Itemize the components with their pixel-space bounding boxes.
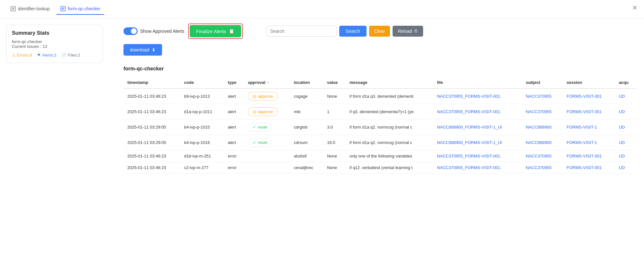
- header-row: timestamp code type approval ↑ location …: [123, 77, 636, 88]
- cell-approval: ◎ approve: [244, 104, 290, 120]
- toggle-slider: ✓: [123, 27, 138, 35]
- acqu-link[interactable]: UD: [619, 94, 625, 99]
- col-timestamp: timestamp: [123, 77, 180, 88]
- acqu-link[interactable]: UD: [619, 125, 625, 130]
- session-link[interactable]: FORMS-VISIT-001: [567, 154, 602, 158]
- tab-identifier-lookup[interactable]: identifier-lookup: [6, 3, 54, 15]
- cell-location: ceradj6rec: [290, 162, 323, 174]
- cell-session: FORMS-VISIT-1: [563, 120, 615, 135]
- cell-acqu: UD: [615, 88, 636, 104]
- cell-code: d1a-ivp-p-1011: [180, 104, 224, 120]
- file-link[interactable]: NACC370955_FORMS-VISIT-001.: [437, 109, 501, 114]
- file-link[interactable]: NACC888900_FORMS-VISIT-1_UI: [437, 125, 502, 130]
- cell-location: cogage: [290, 88, 323, 104]
- cell-code: d1b-ivp-m-251: [180, 150, 224, 162]
- subject-link[interactable]: NACC370955: [526, 109, 551, 114]
- subject-link[interactable]: NACC888900: [526, 125, 551, 130]
- cell-session: FORMS-VISIT-001: [563, 104, 615, 120]
- cell-timestamp: 2025-01-11 03:46:23: [123, 162, 180, 174]
- sort-arrow-approval: ↑: [267, 81, 269, 85]
- subject-link[interactable]: NACC370955: [526, 165, 551, 170]
- cell-code: b4-ivp-p-1016: [180, 135, 224, 150]
- cell-value: 16.0: [323, 135, 346, 150]
- col-file: file: [433, 77, 522, 88]
- table-row: 2025-01-11 03:46:23 c2-ivp-m-277 error c…: [123, 162, 636, 174]
- acqu-link[interactable]: UD: [619, 154, 625, 158]
- cell-message: only one of the following variables: [346, 150, 433, 162]
- search-input[interactable]: [266, 26, 337, 37]
- cell-location: cdrglob: [290, 120, 323, 135]
- files-label: Files:2: [68, 53, 80, 58]
- session-link[interactable]: FORMS-VISIT-001: [567, 94, 602, 99]
- file-link[interactable]: NACC370955_FORMS-VISIT-001.: [437, 165, 501, 170]
- cell-file: NACC370955_FORMS-VISIT-001.: [433, 150, 522, 162]
- col-message: message: [346, 77, 433, 88]
- download-button[interactable]: download ⬇: [123, 44, 162, 56]
- cell-approval: ✓ reset: [244, 135, 290, 150]
- finalize-alerts-button[interactable]: Finalize Alerts 📋: [190, 25, 241, 37]
- reset-button[interactable]: ✓ reset: [248, 123, 272, 131]
- session-link[interactable]: FORMS-VISIT-001: [567, 165, 602, 170]
- toggle-label: Show Approved Alerts: [140, 29, 184, 34]
- tab-label-identifier: identifier-lookup: [18, 6, 50, 11]
- cell-subject: NACC370955: [522, 162, 563, 174]
- cell-session: FORMS-VISIT-001: [563, 150, 615, 162]
- session-link[interactable]: FORMS-VISIT-001: [567, 109, 602, 114]
- files-icon: 📄: [61, 53, 67, 58]
- finalize-label: Finalize Alerts: [196, 29, 226, 34]
- subject-link[interactable]: NACC370955: [526, 94, 551, 99]
- cell-code: b4-ivp-p-1015: [180, 120, 224, 135]
- approve-button[interactable]: ◎ approve: [248, 107, 278, 116]
- cell-session: FORMS-VISIT-001: [563, 162, 615, 174]
- approve-button[interactable]: ◎ approve: [248, 92, 278, 101]
- clear-button[interactable]: Clear: [369, 26, 390, 37]
- cell-code: b9-ivp-p-1013: [180, 88, 224, 104]
- cell-message: if q3. demented (dementia?)=1 (ye: [346, 104, 433, 120]
- cell-approval: [244, 162, 290, 174]
- table-header: timestamp code type approval ↑ location …: [123, 77, 636, 88]
- col-acqu: acqu: [615, 77, 636, 88]
- stat-errors: ⚠ Errors:9: [12, 53, 32, 58]
- summary-panel: Summary Stats form-qc-checker Current Is…: [6, 25, 103, 63]
- cell-type: error: [224, 162, 244, 174]
- tab-label-qc: form-qc-checker: [68, 6, 100, 11]
- cell-session: FORMS-VISIT-1: [563, 135, 615, 150]
- acqu-link[interactable]: UD: [619, 140, 625, 145]
- file-link[interactable]: NACC370955_FORMS-VISIT-001.: [437, 154, 501, 158]
- download-icon: ⬇: [152, 47, 156, 52]
- errors-label: Errors:9: [17, 53, 32, 58]
- session-link[interactable]: FORMS-VISIT-1: [567, 125, 597, 130]
- cell-location: cdrsum: [290, 135, 323, 150]
- reset-button[interactable]: ✓ reset: [248, 138, 272, 147]
- acqu-link[interactable]: UD: [619, 109, 625, 114]
- summary-name: form-qc-checker: [12, 39, 97, 44]
- col-approval[interactable]: approval ↑: [244, 77, 290, 88]
- col-value: value: [323, 77, 346, 88]
- tab-form-qc-checker[interactable]: form-qc-checker: [56, 3, 104, 15]
- search-button[interactable]: Search: [339, 26, 366, 37]
- search-bar: Search Clear Reload ↻: [266, 26, 423, 37]
- table-container: timestamp code type approval ↑ location …: [116, 77, 644, 174]
- warning-icon: ⚠: [12, 53, 16, 58]
- check-icon: ✓: [253, 140, 256, 145]
- stat-files: 📄 Files:2: [61, 53, 80, 58]
- cell-type: alert: [224, 104, 244, 120]
- cell-value: 3.0: [323, 120, 346, 135]
- acqu-link[interactable]: UD: [619, 165, 625, 170]
- subject-link[interactable]: NACC888900: [526, 140, 551, 145]
- cell-timestamp: 2025-01-11 03:46:23: [123, 104, 180, 120]
- file-link[interactable]: NACC370955_FORMS-VISIT-001.: [437, 94, 501, 99]
- cell-file: NACC888900_FORMS-VISIT-1_UI: [433, 120, 522, 135]
- cell-value: None: [323, 162, 346, 174]
- table-body: 2025-01-11 03:46:23 b9-ivp-p-1013 alert …: [123, 88, 636, 174]
- close-button[interactable]: ✕: [632, 4, 638, 12]
- table-row: 2025-01-11 03:46:23 d1b-ivp-m-251 error …: [123, 150, 636, 162]
- session-link[interactable]: FORMS-VISIT-1: [567, 140, 597, 145]
- reload-label: Reload: [398, 29, 412, 34]
- summary-title: Summary Stats: [12, 30, 97, 36]
- cell-acqu: UD: [615, 150, 636, 162]
- approved-alerts-toggle[interactable]: ✓: [123, 27, 138, 35]
- file-link[interactable]: NACC888900_FORMS-VISIT-1_UI: [437, 140, 502, 145]
- subject-link[interactable]: NACC370955: [526, 154, 551, 158]
- reload-button[interactable]: Reload ↻: [393, 26, 423, 37]
